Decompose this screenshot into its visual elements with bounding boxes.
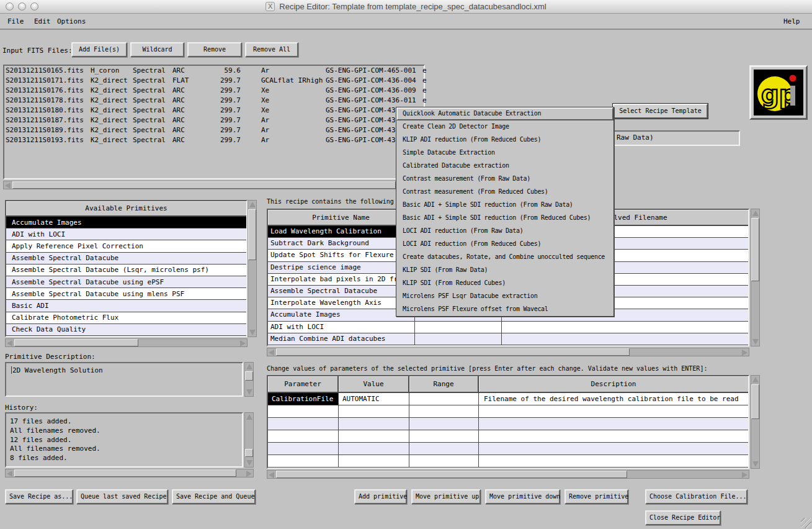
zoom-button[interactable] xyxy=(30,2,38,11)
remove-all-button[interactable]: Remove All xyxy=(245,42,298,57)
fits-file-row[interactable]: S20131211S0176.fits K2_direct Spectral A… xyxy=(4,86,424,96)
template-menu[interactable]: Quicklook Automatic Datacube Extraction … xyxy=(396,107,614,317)
file-obstype: ARC xyxy=(172,106,213,115)
template-menu-item[interactable]: KLIP ADI reduction (From Reduced Cubes) xyxy=(396,133,613,147)
resize-grip[interactable] xyxy=(801,518,811,528)
template-menu-item[interactable]: Microlens PSF Flexure offset from Waveca… xyxy=(396,303,613,316)
fits-file-row[interactable]: S20131211S0189.fits K2_direct Spectral A… xyxy=(4,125,424,135)
param-table-body[interactable]: CalibrationFile AUTOMATIC Filename of th… xyxy=(268,393,748,468)
template-menu-item[interactable]: LOCI ADI reduction (From Reduced Cubes) xyxy=(396,238,613,251)
file-program: GS-ENG-GPI-COM-436-011 xyxy=(326,96,422,106)
history-vscrollbar[interactable] xyxy=(244,412,254,468)
available-primitive-item[interactable]: Assemble Spectral Datacube using mlens P… xyxy=(6,288,246,300)
file-obstype: ARC xyxy=(172,115,213,125)
recipe-row[interactable]: Median Combine ADI datacubes xyxy=(268,333,748,345)
template-menu-item[interactable]: LOCI ADI reduction (From Raw Data) xyxy=(396,225,613,238)
file-name: S20131211S0189.fits xyxy=(6,125,91,135)
file-apodizer: K2_direct xyxy=(91,106,133,115)
template-menu-item[interactable]: KLIP SDI (From Reduced Cubes) xyxy=(396,277,613,290)
file-name: S20131211S0165.fits xyxy=(6,66,91,76)
template-menu-item[interactable]: Quicklook Automatic Datacube Extraction xyxy=(396,107,613,120)
history-box[interactable]: 17 files added. All filenames removed. 1… xyxy=(5,412,243,468)
template-menu-item[interactable]: Create datacubes, Rotate, and Combine un… xyxy=(396,251,613,264)
queue-last-saved-recipe-button[interactable]: Queue last saved Recipe xyxy=(76,489,168,504)
file-mode: Spectral xyxy=(133,135,172,145)
available-primitive-item[interactable]: Accumulate Images xyxy=(6,217,246,228)
add-files-button[interactable]: Add File(s) xyxy=(71,42,127,57)
fits-file-row[interactable]: S20131211S0193.fits K2_direct Spectral A… xyxy=(4,135,424,145)
add-primitive-button[interactable]: Add primitive xyxy=(354,489,407,504)
remove-primitive-button[interactable]: Remove primitive xyxy=(564,489,628,504)
available-primitive-item[interactable]: Assemble Spectral Datacube xyxy=(6,253,246,264)
menu-help[interactable]: Help xyxy=(783,17,800,25)
available-primitive-item[interactable]: Basic ADI xyxy=(6,300,246,312)
window-title: Recipe Editor: Template from template_re… xyxy=(279,2,546,11)
recipe-table-hscrollbar[interactable] xyxy=(267,348,749,356)
fits-file-row[interactable]: S20131211S0180.fits K2_direct Spectral A… xyxy=(4,106,424,115)
template-menu-item[interactable]: Basic ADI + Simple SDI reduction (From R… xyxy=(396,212,613,225)
recipe-primitive-name: Interpolate Wavelength Axis xyxy=(268,297,415,309)
available-primitive-item[interactable]: Assemble Spectral Datacube using ePSF xyxy=(6,276,246,288)
choose-calibration-file-button[interactable]: Choose Calibration File... xyxy=(645,489,747,504)
available-primitive-item[interactable]: Check Data Quality xyxy=(6,324,246,336)
menu-edit[interactable]: Edit xyxy=(34,17,51,25)
file-apodizer: K2_direct xyxy=(91,115,133,125)
recipe-primitive-name: Destripe science image xyxy=(268,262,415,273)
template-menu-item[interactable]: Microlens PSF Lsqr Datacube extraction xyxy=(396,290,613,303)
history-hscrollbar[interactable] xyxy=(5,469,254,477)
move-primitive-up-button[interactable]: Move primitive up xyxy=(411,489,481,504)
fits-file-row[interactable]: S20131211S0171.fits K2_direct Spectral F… xyxy=(4,76,424,86)
menu-file[interactable]: File xyxy=(7,17,24,25)
remove-button[interactable]: Remove xyxy=(187,42,242,57)
menu-options[interactable]: Options xyxy=(57,17,86,25)
recipe-row[interactable]: ADI with LOCI xyxy=(268,322,748,333)
file-obstype: ARC xyxy=(172,125,213,135)
file-mode: Spectral xyxy=(133,66,172,76)
fits-file-row[interactable]: S20131211S0178.fits K2_direct Spectral A… xyxy=(4,96,424,106)
template-menu-item[interactable]: Contrast measurement (From Reduced Cubes… xyxy=(396,186,613,199)
file-apodizer: K2_direct xyxy=(91,96,133,106)
param-name[interactable]: CalibrationFile xyxy=(268,393,339,405)
close-button[interactable] xyxy=(6,2,14,11)
move-primitive-down-button[interactable]: Move primitive down xyxy=(485,489,560,504)
fits-file-row[interactable]: S20131211S0165.fits H_coron Spectral ARC… xyxy=(4,66,424,76)
file-list-hscrollbar[interactable] xyxy=(3,181,425,189)
parameters-vscrollbar[interactable] xyxy=(751,375,760,469)
available-primitive-item[interactable]: Assemble Spectral Datacube (Lsqr, microl… xyxy=(6,264,246,276)
parameters-hscrollbar[interactable] xyxy=(267,470,749,479)
primitive-description-box[interactable]: 2D Wavelength Solution xyxy=(5,362,243,397)
available-primitive-item[interactable]: ADI with LOCI xyxy=(6,228,246,240)
template-menu-item[interactable]: Basic ADI + Simple SDI reduction (From R… xyxy=(396,199,613,212)
file-object: Xe xyxy=(241,86,326,96)
available-primitives-vscrollbar[interactable] xyxy=(248,200,257,337)
file-exptime: 299.7 xyxy=(213,86,241,96)
available-primitives-list[interactable]: Accumulate Images ADI with LOCI Apply Re… xyxy=(6,217,246,336)
history-line: All filenames removed. xyxy=(6,427,242,436)
select-recipe-template-button[interactable]: Select Recipe Template xyxy=(613,104,708,119)
template-menu-item[interactable]: Create Clean 2D Detector Image xyxy=(396,120,613,133)
template-menu-item[interactable]: Contrast measurement (From Raw Data) xyxy=(396,173,613,186)
fits-file-row[interactable]: S20131211S0187.fits K2_direct Spectral A… xyxy=(4,115,424,125)
available-primitives-hscrollbar[interactable] xyxy=(5,338,248,347)
param-row[interactable]: CalibrationFile AUTOMATIC Filename of th… xyxy=(268,393,748,405)
file-object: Xe xyxy=(241,106,326,115)
minimize-button[interactable] xyxy=(18,2,26,11)
wildcard-button[interactable]: Wildcard xyxy=(130,42,184,57)
recipe-table-vscrollbar[interactable] xyxy=(751,209,760,346)
file-name: S20131211S0171.fits xyxy=(6,76,91,86)
template-menu-item[interactable]: KLIP SDI (From Raw Data) xyxy=(396,264,613,277)
save-recipe-as-button[interactable]: Save Recipe as... xyxy=(5,489,73,504)
available-primitive-item[interactable]: Calibrate Photometric Flux xyxy=(6,312,246,324)
param-value[interactable]: AUTOMATIC xyxy=(339,393,409,405)
template-menu-item[interactable]: Calibrated Datacube extraction xyxy=(396,160,613,173)
available-primitive-item[interactable]: Apply Reference Pixel Correction xyxy=(6,240,246,252)
description-vscrollbar[interactable] xyxy=(244,362,254,397)
recipe-primitive-name: Subtract Dark Background xyxy=(268,238,415,249)
template-menu-item[interactable]: Simple Datacube Extraction xyxy=(396,147,613,160)
save-recipe-and-queue-button[interactable]: Save Recipe and Queue xyxy=(172,489,256,504)
file-mode: Spectral xyxy=(133,86,172,96)
selected-template-field[interactable]: Raw Data) xyxy=(613,130,740,146)
close-recipe-editor-button[interactable]: Close Recipe Editor xyxy=(645,510,721,525)
titlebar: X Recipe Editor: Template from template_… xyxy=(0,0,812,14)
fits-file-list[interactable]: S20131211S0165.fits H_coron Spectral ARC… xyxy=(3,65,425,179)
